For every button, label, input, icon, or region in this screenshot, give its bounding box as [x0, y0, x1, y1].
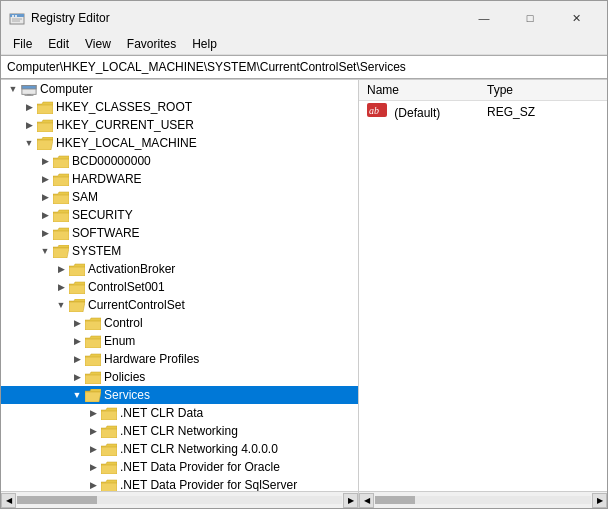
- window-title: Registry Editor: [31, 11, 110, 25]
- expand-system[interactable]: ▼: [37, 243, 53, 259]
- tree-item-netclrnetworking[interactable]: ▶ .NET CLR Networking: [1, 422, 358, 440]
- address-path: Computer\HKEY_LOCAL_MACHINE\SYSTEM\Curre…: [7, 60, 406, 74]
- tree-item-bcd[interactable]: ▶ BCD00000000: [1, 152, 358, 170]
- menu-edit[interactable]: Edit: [40, 35, 77, 53]
- title-bar-left: Registry Editor: [9, 10, 110, 26]
- folder-icon-services: [85, 388, 101, 402]
- folder-icon-system: [53, 244, 69, 258]
- label-netclrdata: .NET CLR Data: [120, 406, 203, 420]
- menu-file[interactable]: File: [5, 35, 40, 53]
- expand-currentcontrolset[interactable]: ▼: [53, 297, 69, 313]
- close-button[interactable]: ✕: [553, 7, 599, 29]
- tree-scroll-right-btn[interactable]: ▶: [343, 493, 358, 508]
- tree-scroll-track[interactable]: [17, 496, 342, 504]
- tree-item-hkcr[interactable]: ▶ HKEY_CLASSES_ROOT: [1, 98, 358, 116]
- tree-item-hkcu[interactable]: ▶ HKEY_CURRENT_USER: [1, 116, 358, 134]
- menu-view[interactable]: View: [77, 35, 119, 53]
- label-netdatasql: .NET Data Provider for SqlServer: [120, 478, 297, 491]
- label-controlset001: ControlSet001: [88, 280, 165, 294]
- folder-icon-control: [85, 316, 101, 330]
- expand-software[interactable]: ▶: [37, 225, 53, 241]
- menu-favorites[interactable]: Favorites: [119, 35, 184, 53]
- maximize-button[interactable]: □: [507, 7, 553, 29]
- address-bar[interactable]: Computer\HKEY_LOCAL_MACHINE\SYSTEM\Curre…: [1, 55, 607, 79]
- tree-item-netclrnetworking4[interactable]: ▶ .NET CLR Networking 4.0.0.0: [1, 440, 358, 458]
- tree-item-services[interactable]: ▼ Services: [1, 386, 358, 404]
- expand-computer[interactable]: ▼: [5, 81, 21, 97]
- expand-control[interactable]: ▶: [69, 315, 85, 331]
- tree-item-security[interactable]: ▶ SECURITY: [1, 206, 358, 224]
- expand-netdatasql[interactable]: ▶: [85, 477, 101, 491]
- expand-controlset001[interactable]: ▶: [53, 279, 69, 295]
- minimize-button[interactable]: —: [461, 7, 507, 29]
- value-scroll-right-btn[interactable]: ▶: [592, 493, 607, 508]
- tree-item-software[interactable]: ▶ SOFTWARE: [1, 224, 358, 242]
- tree-item-hwprofiles[interactable]: ▶ Hardware Profiles: [1, 350, 358, 368]
- value-panel: Name Type ab (Defaul: [359, 80, 607, 491]
- expand-hkcu[interactable]: ▶: [21, 117, 37, 133]
- label-netdataoracle: .NET Data Provider for Oracle: [120, 460, 280, 474]
- expand-hklm[interactable]: ▼: [21, 135, 37, 151]
- tree-item-control[interactable]: ▶ Control: [1, 314, 358, 332]
- tree-item-controlset001[interactable]: ▶ ControlSet001: [1, 278, 358, 296]
- menu-help[interactable]: Help: [184, 35, 225, 53]
- expand-security[interactable]: ▶: [37, 207, 53, 223]
- tree-scrollbar-h[interactable]: ◀ ▶: [1, 492, 359, 508]
- tree-item-activation[interactable]: ▶ ActivationBroker: [1, 260, 358, 278]
- expand-hkcr[interactable]: ▶: [21, 99, 37, 115]
- expand-activation[interactable]: ▶: [53, 261, 69, 277]
- expand-netclrnetworking[interactable]: ▶: [85, 423, 101, 439]
- tree-item-enum[interactable]: ▶ Enum: [1, 332, 358, 350]
- expand-netclrdata[interactable]: ▶: [85, 405, 101, 421]
- tree-item-currentcontrolset[interactable]: ▼ CurrentControlSet: [1, 296, 358, 314]
- label-system: SYSTEM: [72, 244, 121, 258]
- svg-rect-8: [27, 94, 31, 95]
- folder-icon-netclrnetworking: [101, 424, 117, 438]
- ab-icon: ab: [367, 103, 387, 117]
- svg-text:ab: ab: [369, 105, 379, 116]
- expand-netdataoracle[interactable]: ▶: [85, 459, 101, 475]
- value-scroll-thumb[interactable]: [375, 496, 415, 504]
- value-scroll-left-btn[interactable]: ◀: [359, 493, 374, 508]
- expand-services[interactable]: ▼: [69, 387, 85, 403]
- expand-sam[interactable]: ▶: [37, 189, 53, 205]
- folder-icon-hardware: [53, 172, 69, 186]
- expand-netclrnetworking4[interactable]: ▶: [85, 441, 101, 457]
- folder-icon-enum: [85, 334, 101, 348]
- label-activation: ActivationBroker: [88, 262, 175, 276]
- folder-icon-controlset001: [69, 280, 85, 294]
- tree-item-hklm[interactable]: ▼ HKEY_LOCAL_MACHINE: [1, 134, 358, 152]
- value-scroll-track[interactable]: [375, 496, 591, 504]
- app-icon: [9, 10, 25, 26]
- tree-item-policies[interactable]: ▶ Policies: [1, 368, 358, 386]
- computer-icon: [21, 82, 37, 96]
- folder-icon-activation: [69, 262, 85, 276]
- registry-editor-window: Registry Editor — □ ✕ File Edit View Fav…: [0, 0, 608, 509]
- col-name: Name: [359, 80, 479, 101]
- table-row[interactable]: ab (Default) REG_SZ: [359, 101, 607, 123]
- tree-item-sam[interactable]: ▶ SAM: [1, 188, 358, 206]
- tree-scroll-left-btn[interactable]: ◀: [1, 493, 16, 508]
- tree-item-netclrdata[interactable]: ▶ .NET CLR Data: [1, 404, 358, 422]
- tree-item-hardware[interactable]: ▶ HARDWARE: [1, 170, 358, 188]
- tree-item-netdatasql[interactable]: ▶ .NET Data Provider for SqlServer: [1, 476, 358, 491]
- label-computer: Computer: [40, 82, 93, 96]
- value-name-cell: ab (Default): [359, 101, 479, 123]
- title-bar: Registry Editor — □ ✕: [1, 1, 607, 33]
- folder-icon-netclrdata: [101, 406, 117, 420]
- tree-scroll-thumb[interactable]: [17, 496, 97, 504]
- label-enum: Enum: [104, 334, 135, 348]
- expand-hardware[interactable]: ▶: [37, 171, 53, 187]
- expand-enum[interactable]: ▶: [69, 333, 85, 349]
- expand-bcd[interactable]: ▶: [37, 153, 53, 169]
- tree-item-system[interactable]: ▼ SYSTEM: [1, 242, 358, 260]
- expand-hwprofiles[interactable]: ▶: [69, 351, 85, 367]
- expand-policies[interactable]: ▶: [69, 369, 85, 385]
- label-hkcu: HKEY_CURRENT_USER: [56, 118, 194, 132]
- tree-item-computer[interactable]: ▼ Computer: [1, 80, 358, 98]
- tree-panel[interactable]: ▼ Computer ▶ HKEY_CLASSES_ROOT: [1, 80, 359, 491]
- folder-icon-netdataoracle: [101, 460, 117, 474]
- label-hklm: HKEY_LOCAL_MACHINE: [56, 136, 197, 150]
- tree-item-netdataoracle[interactable]: ▶ .NET Data Provider for Oracle: [1, 458, 358, 476]
- value-scrollbar-h[interactable]: ◀ ▶: [359, 492, 607, 508]
